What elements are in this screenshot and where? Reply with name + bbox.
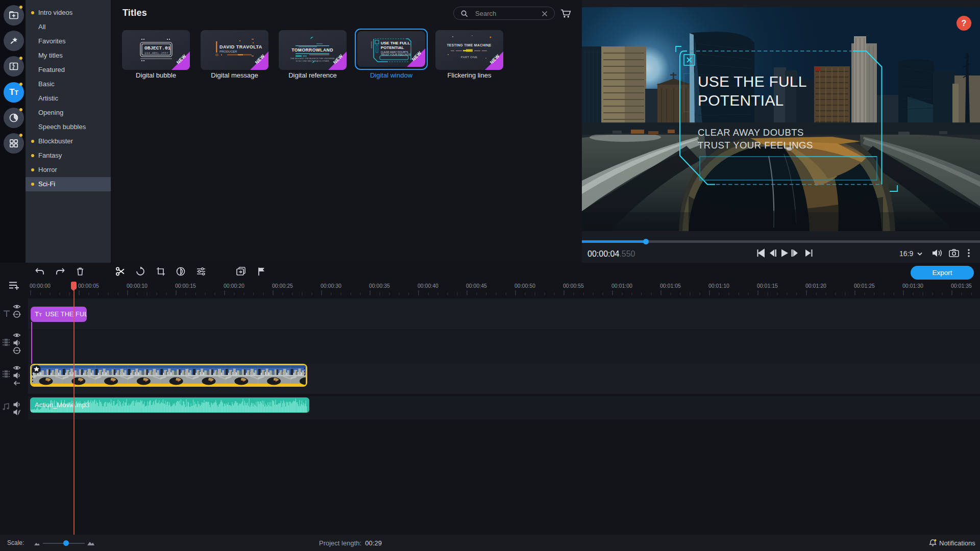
svg-text:844.ARXL-2557: 844.ARXL-2557: [144, 52, 168, 55]
svg-text:USE THE FULL: USE THE FULL: [381, 41, 410, 45]
svg-text:TESTING TIME MACHINE: TESTING TIME MACHINE: [447, 43, 491, 47]
svg-text:IS NO ONE HELPS EACH OTHER: IS NO ONE HELPS EACH OTHER: [296, 60, 329, 62]
svg-text:OBJECT.01: OBJECT.01: [144, 45, 171, 51]
svg-text:PRODUCER: PRODUCER: [219, 50, 237, 53]
svg-text:PART ONE: PART ONE: [461, 56, 477, 59]
svg-text:POTENTIAL: POTENTIAL: [381, 45, 404, 50]
svg-text:DAVID TRAVOLTA: DAVID TRAVOLTA: [219, 44, 262, 49]
svg-text:TOMORROWLAND: TOMORROWLAND: [291, 47, 333, 53]
